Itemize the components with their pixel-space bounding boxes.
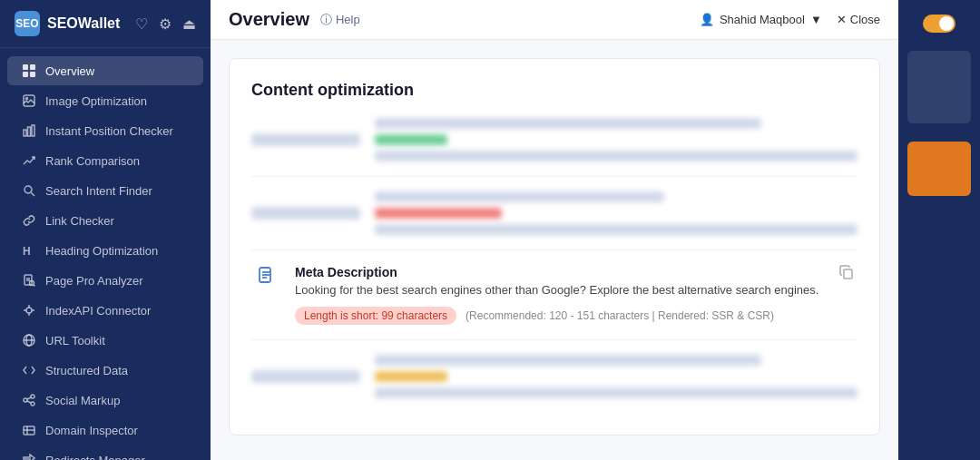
sidebar-item-indexapi-connector[interactable]: IndexAPI Connector: [7, 296, 203, 325]
svg-rect-2: [23, 72, 28, 77]
main-content: Overview ⓘ Help 👤 Shahid Maqbool ▼ ✕ Clo…: [211, 0, 898, 460]
sidebar: SEO SEOWallet ♡ ⚙ ⏏ Overview Image Optim…: [0, 0, 211, 460]
globe-icon: [22, 333, 36, 347]
image-icon: [22, 93, 36, 108]
svg-rect-3: [30, 72, 35, 77]
svg-line-10: [31, 192, 34, 196]
blurred-line: [375, 191, 664, 202]
sidebar-item-url-toolkit[interactable]: URL Toolkit: [7, 326, 203, 355]
content-area: Content optimization: [211, 40, 898, 460]
sidebar-item-label: Overview: [45, 64, 94, 78]
blurred-line: [375, 151, 858, 161]
meta-description-section: Meta Description Looking for the best se…: [251, 265, 858, 340]
search-icon: [22, 183, 36, 198]
svg-rect-7: [28, 127, 31, 136]
sidebar-item-domain-inspector[interactable]: Domain Inspector: [7, 416, 203, 445]
trending-up-icon: [22, 153, 36, 168]
toggle-switch[interactable]: [923, 15, 956, 33]
meta-description-icon-wrap: [251, 265, 280, 294]
blurred-line-red: [375, 208, 502, 219]
domain-icon: [22, 423, 36, 437]
logo-text: SEOWallet: [47, 15, 120, 32]
svg-point-21: [31, 395, 34, 398]
code-icon: [22, 363, 36, 377]
right-panel-box-1: [907, 51, 971, 123]
sidebar-item-heading-optimization[interactable]: H Heading Optimization: [7, 236, 203, 265]
redirect-icon: [22, 453, 36, 460]
content-card: Content optimization: [229, 58, 880, 436]
sidebar-item-image-optimization[interactable]: Image Optimization: [7, 86, 203, 115]
page-title: Overview: [229, 9, 309, 30]
help-icon: ⓘ: [320, 12, 332, 28]
help-link[interactable]: ⓘ Help: [320, 12, 360, 28]
meta-description-text: Looking for the best search engines othe…: [295, 281, 825, 299]
bar-chart-icon: [22, 123, 36, 138]
blurred-line: [375, 355, 761, 366]
sidebar-nav: Overview Image Optimization Instant Posi…: [0, 48, 211, 460]
blurred-line-yellow: [375, 371, 447, 382]
sidebar-item-social-markup[interactable]: Social Markup: [7, 386, 203, 415]
sidebar-item-label: Structured Data: [45, 364, 128, 377]
sidebar-item-label: Social Markup: [45, 394, 120, 407]
svg-point-9: [24, 186, 32, 193]
copy-icon[interactable]: [839, 265, 858, 283]
svg-line-24: [27, 397, 31, 399]
blurred-row-3: [251, 355, 858, 413]
chevron-down-icon: ▼: [810, 13, 822, 26]
svg-point-22: [24, 398, 27, 402]
close-button[interactable]: ✕ Close: [837, 13, 880, 26]
logo-icon: SEO: [15, 11, 40, 36]
favorites-icon[interactable]: ♡: [135, 15, 148, 33]
right-panel-box-2: [907, 142, 971, 196]
sidebar-item-label: Rank Comparison: [45, 154, 140, 168]
blurred-line-green: [375, 134, 447, 145]
svg-rect-8: [32, 125, 34, 136]
sidebar-action-icons: ♡ ⚙ ⏏: [135, 15, 196, 33]
sidebar-item-overview[interactable]: Overview: [7, 56, 203, 85]
blurred-content-2: [375, 191, 858, 235]
blurred-content-1: [375, 118, 858, 161]
meta-description-content: Meta Description Looking for the best se…: [295, 265, 825, 325]
svg-point-17: [26, 308, 32, 313]
blurred-label-2: [251, 207, 360, 220]
share-icon: [22, 393, 36, 407]
sidebar-item-label: IndexAPI Connector: [45, 304, 151, 318]
svg-rect-39: [844, 269, 852, 279]
sidebar-item-rank-comparison[interactable]: Rank Comparison: [7, 146, 203, 175]
sidebar-header: SEO SEOWallet ♡ ⚙ ⏏: [0, 0, 211, 48]
blurred-label-3: [251, 370, 360, 383]
length-error-badge: Length is short: 99 characters: [295, 307, 456, 325]
sidebar-item-search-intent-finder[interactable]: Search Intent Finder: [7, 176, 203, 205]
sidebar-item-label: Link Checker: [45, 214, 114, 228]
grid-icon: [22, 64, 36, 78]
api-icon: [22, 303, 36, 318]
blurred-line: [375, 224, 858, 235]
sidebar-item-redirects-manager[interactable]: Redirects Manager: [7, 445, 203, 460]
sidebar-item-label: Search Intent Finder: [45, 184, 152, 198]
heading-icon: H: [22, 243, 36, 258]
sidebar-item-label: Instant Position Checker: [45, 124, 173, 138]
sidebar-item-structured-data[interactable]: Structured Data: [7, 356, 203, 385]
sidebar-item-label: Heading Optimization: [45, 244, 158, 258]
svg-line-25: [27, 401, 31, 403]
sidebar-item-instant-position-checker[interactable]: Instant Position Checker: [7, 116, 203, 145]
user-menu[interactable]: 👤 Shahid Maqbool ▼: [700, 13, 822, 26]
power-icon[interactable]: ⏏: [182, 15, 196, 33]
sidebar-item-link-checker[interactable]: Link Checker: [7, 206, 203, 235]
meta-badge-row: Length is short: 99 characters (Recommen…: [295, 307, 825, 325]
sidebar-item-page-pro-analyzer[interactable]: Page Pro Analyzer: [7, 266, 203, 295]
close-x-icon: ✕: [837, 13, 847, 26]
svg-rect-6: [24, 130, 26, 136]
file-search-icon: [22, 273, 36, 288]
user-name: Shahid Maqbool: [720, 13, 805, 26]
sidebar-item-label: Redirects Manager: [45, 454, 145, 461]
sidebar-item-label: Page Pro Analyzer: [45, 274, 143, 288]
blurred-line: [375, 387, 858, 398]
blurred-row-1: [251, 118, 858, 177]
blurred-content-3: [375, 355, 858, 398]
sidebar-item-label: Image Optimization: [45, 94, 147, 108]
blurred-row-2: [251, 191, 858, 250]
topbar-right: 👤 Shahid Maqbool ▼ ✕ Close: [700, 13, 880, 26]
settings-icon[interactable]: ⚙: [159, 15, 172, 33]
svg-rect-0: [23, 64, 28, 70]
